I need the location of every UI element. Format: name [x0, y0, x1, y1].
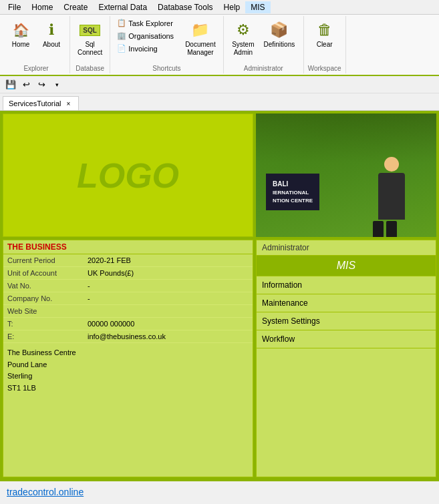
address-line-1: The Business Centre	[7, 347, 249, 359]
ribbon-content: 🏠 Home ℹ About Explorer SQL SqlConnect	[0, 15, 439, 75]
ribbon-group-explorer-items: 🏠 Home ℹ About	[7, 17, 65, 63]
ribbon-group-workspace-items: 🗑 Clear	[311, 17, 339, 63]
ribbon-group-explorer: 🏠 Home ℹ About Explorer	[3, 16, 70, 73]
home-icon: 🏠	[10, 19, 31, 41]
invoicing-label: Invoicing	[128, 45, 157, 53]
mis-label: MIS	[257, 256, 436, 276]
workflow-menu-item[interactable]: Workflow	[257, 330, 436, 348]
invoicing-button[interactable]: 📄 Invoicing	[114, 43, 176, 54]
definitions-label: Definitions	[264, 41, 295, 49]
table-row: Company No. -	[3, 292, 253, 305]
document-manager-icon: 📁	[190, 19, 211, 41]
system-settings-menu-item[interactable]: System Settings	[257, 312, 436, 330]
task-explorer-icon: 📋	[117, 19, 126, 27]
services-tutorial-tab[interactable]: ServicesTutorial ×	[3, 96, 79, 110]
footer: tradecontrol.online	[0, 480, 439, 503]
admin-group-label: Administrator	[244, 65, 283, 72]
definitions-icon: 📦	[269, 19, 290, 41]
footer-link[interactable]: tradecontrol.online	[7, 487, 84, 497]
field-value-web-site	[84, 305, 253, 318]
field-label-vat-no: Vat No.	[3, 280, 84, 292]
person-silhouette	[373, 157, 410, 237]
business-header: THE BUSINESS	[3, 240, 253, 254]
business-info-table: Current Period 2020-21 FEB Unit of Accou…	[3, 254, 253, 343]
menu-mis[interactable]: MIS	[245, 1, 270, 13]
system-admin-label: SystemAdmin	[232, 41, 254, 57]
about-button[interactable]: ℹ About	[37, 17, 65, 51]
main-content: LOGO BALI IERNATIONAL NTION CENTRE	[0, 111, 439, 480]
address-line-4: ST1 1LB	[7, 383, 249, 395]
field-label-telephone: T:	[3, 318, 84, 330]
workspace-group-label: Workspace	[308, 65, 341, 72]
address-block: The Business Centre Pound Lane Sterling …	[3, 343, 253, 398]
table-row: Web Site	[3, 305, 253, 318]
sql-icon: SQL	[80, 19, 101, 41]
ribbon-group-workspace: 🗑 Clear Workspace	[304, 16, 346, 73]
field-label-current-period: Current Period	[3, 254, 84, 267]
task-explorer-label: Task Explorer	[128, 19, 173, 27]
sql-label: SqlConnect	[78, 41, 102, 57]
system-admin-icon: ⚙	[233, 19, 254, 41]
undo-qat-button[interactable]: ↩	[19, 78, 33, 91]
table-row: Vat No. -	[3, 280, 253, 292]
shortcuts-group-label: Shortcuts	[152, 65, 180, 72]
home-label: Home	[12, 41, 30, 49]
redo-qat-button[interactable]: ↪	[35, 78, 48, 91]
left-panel: THE BUSINESS Current Period 2020-21 FEB …	[3, 240, 253, 477]
quick-access-toolbar: 💾 ↩ ↪ ▾	[0, 76, 439, 93]
organisations-icon: 🏢	[117, 31, 126, 40]
ribbon-group-shortcuts: 📋 Task Explorer 🏢 Organisations 📄 Invoic…	[110, 16, 223, 73]
ribbon-group-administrator: ⚙ SystemAdmin 📦 Definitions Administrato…	[224, 16, 304, 73]
definitions-button[interactable]: 📦 Definitions	[261, 17, 299, 51]
info-section: THE BUSINESS Current Period 2020-21 FEB …	[3, 240, 436, 477]
field-value-unit-of-account: UK Pounds(£)	[84, 267, 253, 280]
field-label-email: E:	[3, 330, 84, 343]
menu-home[interactable]: Home	[26, 1, 58, 13]
task-explorer-button[interactable]: 📋 Task Explorer	[114, 17, 176, 29]
table-row: T: 00000 000000	[3, 318, 253, 330]
about-label: About	[43, 41, 60, 49]
tab-bar: ServicesTutorial ×	[0, 93, 439, 111]
photo-image: BALI IERNATIONAL NTION CENTRE	[256, 113, 436, 237]
menu-help[interactable]: Help	[218, 1, 246, 13]
menu-database-tools[interactable]: Database Tools	[152, 1, 218, 13]
shortcuts-col: 📋 Task Explorer 🏢 Organisations 📄 Invoic…	[114, 17, 176, 54]
ribbon-group-shortcuts-items: 📋 Task Explorer 🏢 Organisations 📄 Invoic…	[114, 17, 218, 63]
address-line-3: Sterling	[7, 370, 249, 383]
document-manager-button[interactable]: 📁 DocumentManager	[182, 17, 219, 59]
document-manager-label: DocumentManager	[185, 41, 216, 57]
photo-panel: BALI IERNATIONAL NTION CENTRE	[256, 113, 436, 237]
field-value-vat-no: -	[84, 280, 253, 292]
ribbon-group-database: SQL SqlConnect Database	[70, 16, 110, 73]
clear-label: Clear	[317, 41, 333, 49]
table-row: Unit of Account UK Pounds(£)	[3, 267, 253, 280]
home-button[interactable]: 🏠 Home	[7, 17, 35, 51]
system-admin-button[interactable]: ⚙ SystemAdmin	[229, 17, 257, 59]
field-value-telephone: 00000 000000	[84, 318, 253, 330]
table-row: Current Period 2020-21 FEB	[3, 254, 253, 267]
logo-panel: LOGO	[3, 113, 253, 237]
maintenance-menu-item[interactable]: Maintenance	[257, 294, 436, 312]
table-row: E: info@thebusiness.co.uk	[3, 330, 253, 343]
administrator-label: Administrator	[257, 240, 436, 256]
ribbon-group-admin-items: ⚙ SystemAdmin 📦 Definitions	[229, 17, 298, 63]
menu-file[interactable]: File	[3, 1, 26, 13]
menu-external-data[interactable]: External Data	[93, 1, 152, 13]
address-line-2: Pound Lane	[7, 359, 249, 371]
save-qat-button[interactable]: 💾	[4, 78, 17, 91]
field-value-current-period: 2020-21 FEB	[84, 254, 253, 267]
tab-close-button[interactable]: ×	[63, 99, 73, 108]
database-group-label: Database	[76, 65, 104, 72]
ribbon: 🏠 Home ℹ About Explorer SQL SqlConnect	[0, 15, 439, 76]
field-label-company-no: Company No.	[3, 292, 84, 305]
logo-text: LOGO	[77, 156, 179, 196]
information-menu-item[interactable]: Information	[257, 276, 436, 294]
qat-dropdown-button[interactable]: ▾	[50, 78, 63, 91]
menu-create[interactable]: Create	[58, 1, 93, 13]
organisations-button[interactable]: 🏢 Organisations	[114, 30, 176, 41]
clear-button[interactable]: 🗑 Clear	[311, 17, 339, 51]
right-panel: Administrator MIS Information Maintenanc…	[256, 240, 436, 477]
sql-connect-button[interactable]: SQL SqlConnect	[74, 17, 106, 59]
top-section: LOGO BALI IERNATIONAL NTION CENTRE	[3, 113, 436, 237]
explorer-group-label: Explorer	[23, 65, 48, 72]
